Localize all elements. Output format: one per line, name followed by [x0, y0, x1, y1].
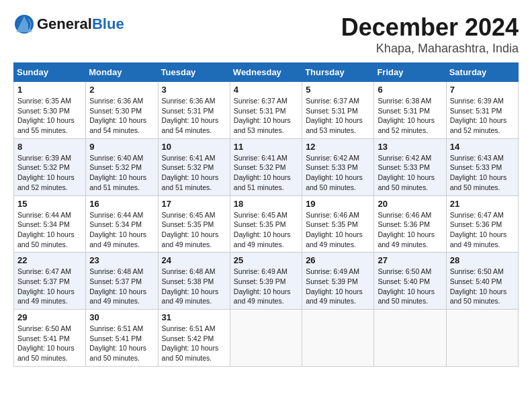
calendar-empty-cell: [446, 310, 518, 367]
day-number: 20: [378, 199, 442, 209]
day-info: Sunrise: 6:50 AM Sunset: 5:41 PM Dayligh…: [17, 324, 82, 363]
calendar-day-cell: 21 Sunrise: 6:47 AM Sunset: 5:36 PM Dayl…: [446, 195, 518, 253]
col-wednesday: Wednesday: [230, 63, 302, 82]
day-info: Sunrise: 6:44 AM Sunset: 5:34 PM Dayligh…: [89, 210, 154, 250]
day-info: Sunrise: 6:45 AM Sunset: 5:35 PM Dayligh…: [234, 210, 298, 250]
location-title: Khapa, Maharashtra, India: [341, 42, 519, 56]
day-number: 18: [234, 199, 298, 209]
day-number: 8: [17, 142, 82, 152]
col-sunday: Sunday: [14, 63, 86, 82]
calendar-day-cell: 17 Sunrise: 6:45 AM Sunset: 5:35 PM Dayl…: [158, 195, 230, 253]
calendar-day-cell: 28 Sunrise: 6:50 AM Sunset: 5:40 PM Dayl…: [446, 253, 518, 310]
day-info: Sunrise: 6:48 AM Sunset: 5:38 PM Dayligh…: [162, 267, 226, 306]
day-number: 1: [17, 85, 82, 95]
day-number: 4: [234, 85, 298, 95]
calendar-day-cell: 25 Sunrise: 6:49 AM Sunset: 5:39 PM Dayl…: [230, 253, 302, 310]
calendar-day-cell: 22 Sunrise: 6:47 AM Sunset: 5:37 PM Dayl…: [14, 253, 86, 310]
day-info: Sunrise: 6:42 AM Sunset: 5:33 PM Dayligh…: [306, 153, 370, 193]
day-number: 28: [450, 255, 515, 265]
col-monday: Monday: [86, 63, 158, 82]
day-number: 19: [306, 199, 370, 209]
calendar-day-cell: 2 Sunrise: 6:36 AM Sunset: 5:30 PM Dayli…: [86, 82, 158, 139]
col-saturday: Saturday: [446, 63, 518, 82]
day-info: Sunrise: 6:37 AM Sunset: 5:31 PM Dayligh…: [306, 96, 370, 136]
title-area: December 2024 Khapa, Maharashtra, India: [341, 13, 519, 56]
calendar-day-cell: 4 Sunrise: 6:37 AM Sunset: 5:31 PM Dayli…: [230, 82, 302, 139]
day-number: 29: [17, 312, 82, 322]
calendar-day-cell: 29 Sunrise: 6:50 AM Sunset: 5:41 PM Dayl…: [14, 310, 86, 367]
calendar-week-row: 15 Sunrise: 6:44 AM Sunset: 5:34 PM Dayl…: [14, 195, 519, 253]
calendar-day-cell: 9 Sunrise: 6:40 AM Sunset: 5:32 PM Dayli…: [86, 138, 158, 195]
calendar-empty-cell: [230, 310, 302, 367]
day-info: Sunrise: 6:50 AM Sunset: 5:40 PM Dayligh…: [450, 267, 515, 306]
day-number: 5: [306, 85, 370, 95]
day-number: 24: [162, 255, 226, 265]
calendar-day-cell: 20 Sunrise: 6:46 AM Sunset: 5:36 PM Dayl…: [374, 195, 446, 253]
day-info: Sunrise: 6:39 AM Sunset: 5:31 PM Dayligh…: [450, 96, 515, 136]
calendar-day-cell: 14 Sunrise: 6:43 AM Sunset: 5:33 PM Dayl…: [446, 138, 518, 195]
day-number: 15: [17, 199, 82, 209]
day-info: Sunrise: 6:48 AM Sunset: 5:37 PM Dayligh…: [89, 267, 154, 306]
day-info: Sunrise: 6:45 AM Sunset: 5:35 PM Dayligh…: [162, 210, 226, 250]
day-number: 3: [162, 85, 226, 95]
calendar-day-cell: 1 Sunrise: 6:35 AM Sunset: 5:30 PM Dayli…: [14, 82, 86, 139]
day-number: 31: [162, 312, 226, 322]
calendar-week-row: 1 Sunrise: 6:35 AM Sunset: 5:30 PM Dayli…: [14, 82, 519, 139]
calendar-day-cell: 6 Sunrise: 6:38 AM Sunset: 5:31 PM Dayli…: [374, 82, 446, 139]
day-number: 17: [162, 199, 226, 209]
calendar-day-cell: 26 Sunrise: 6:49 AM Sunset: 5:39 PM Dayl…: [302, 253, 374, 310]
day-info: Sunrise: 6:39 AM Sunset: 5:32 PM Dayligh…: [17, 153, 82, 193]
day-info: Sunrise: 6:42 AM Sunset: 5:33 PM Dayligh…: [378, 153, 442, 193]
day-info: Sunrise: 6:38 AM Sunset: 5:31 PM Dayligh…: [378, 96, 442, 136]
day-number: 14: [450, 142, 515, 152]
calendar-table: Sunday Monday Tuesday Wednesday Thursday…: [13, 62, 519, 367]
day-number: 7: [450, 85, 515, 95]
calendar-day-cell: 27 Sunrise: 6:50 AM Sunset: 5:40 PM Dayl…: [374, 253, 446, 310]
day-number: 23: [89, 255, 154, 265]
calendar-day-cell: 24 Sunrise: 6:48 AM Sunset: 5:38 PM Dayl…: [158, 253, 230, 310]
calendar-day-cell: 10 Sunrise: 6:41 AM Sunset: 5:32 PM Dayl…: [158, 138, 230, 195]
day-number: 22: [17, 255, 82, 265]
day-number: 6: [378, 85, 442, 95]
day-number: 25: [234, 255, 298, 265]
calendar-week-row: 29 Sunrise: 6:50 AM Sunset: 5:41 PM Dayl…: [14, 310, 519, 367]
calendar-day-cell: 15 Sunrise: 6:44 AM Sunset: 5:34 PM Dayl…: [14, 195, 86, 253]
day-number: 30: [89, 312, 154, 322]
day-number: 9: [89, 142, 154, 152]
calendar-day-cell: 23 Sunrise: 6:48 AM Sunset: 5:37 PM Dayl…: [86, 253, 158, 310]
day-info: Sunrise: 6:36 AM Sunset: 5:30 PM Dayligh…: [89, 96, 154, 136]
day-number: 13: [378, 142, 442, 152]
day-info: Sunrise: 6:41 AM Sunset: 5:32 PM Dayligh…: [234, 153, 298, 193]
calendar-day-cell: 5 Sunrise: 6:37 AM Sunset: 5:31 PM Dayli…: [302, 82, 374, 139]
calendar-empty-cell: [374, 310, 446, 367]
day-info: Sunrise: 6:47 AM Sunset: 5:37 PM Dayligh…: [17, 267, 82, 306]
calendar-day-cell: 11 Sunrise: 6:41 AM Sunset: 5:32 PM Dayl…: [230, 138, 302, 195]
calendar-day-cell: 19 Sunrise: 6:46 AM Sunset: 5:35 PM Dayl…: [302, 195, 374, 253]
calendar-day-cell: 7 Sunrise: 6:39 AM Sunset: 5:31 PM Dayli…: [446, 82, 518, 139]
day-info: Sunrise: 6:49 AM Sunset: 5:39 PM Dayligh…: [234, 267, 298, 306]
calendar-week-row: 8 Sunrise: 6:39 AM Sunset: 5:32 PM Dayli…: [14, 138, 519, 195]
day-info: Sunrise: 6:49 AM Sunset: 5:39 PM Dayligh…: [306, 267, 370, 306]
day-number: 16: [89, 199, 154, 209]
calendar-header-row: Sunday Monday Tuesday Wednesday Thursday…: [14, 63, 519, 82]
logo-icon: [13, 13, 35, 35]
logo-general-text: General: [37, 15, 92, 32]
day-number: 21: [450, 199, 515, 209]
day-info: Sunrise: 6:46 AM Sunset: 5:36 PM Dayligh…: [378, 210, 442, 250]
calendar-day-cell: 18 Sunrise: 6:45 AM Sunset: 5:35 PM Dayl…: [230, 195, 302, 253]
day-number: 10: [162, 142, 226, 152]
calendar-week-row: 22 Sunrise: 6:47 AM Sunset: 5:37 PM Dayl…: [14, 253, 519, 310]
calendar-day-cell: 13 Sunrise: 6:42 AM Sunset: 5:33 PM Dayl…: [374, 138, 446, 195]
calendar-day-cell: 31 Sunrise: 6:51 AM Sunset: 5:42 PM Dayl…: [158, 310, 230, 367]
day-info: Sunrise: 6:46 AM Sunset: 5:35 PM Dayligh…: [306, 210, 370, 250]
day-number: 2: [89, 85, 154, 95]
day-info: Sunrise: 6:51 AM Sunset: 5:42 PM Dayligh…: [162, 324, 226, 363]
day-info: Sunrise: 6:47 AM Sunset: 5:36 PM Dayligh…: [450, 210, 515, 250]
calendar-empty-cell: [302, 310, 374, 367]
day-number: 12: [306, 142, 370, 152]
day-info: Sunrise: 6:40 AM Sunset: 5:32 PM Dayligh…: [89, 153, 154, 193]
day-info: Sunrise: 6:44 AM Sunset: 5:34 PM Dayligh…: [17, 210, 82, 250]
calendar-day-cell: 30 Sunrise: 6:51 AM Sunset: 5:41 PM Dayl…: [86, 310, 158, 367]
day-info: Sunrise: 6:35 AM Sunset: 5:30 PM Dayligh…: [17, 96, 82, 136]
col-tuesday: Tuesday: [158, 63, 230, 82]
